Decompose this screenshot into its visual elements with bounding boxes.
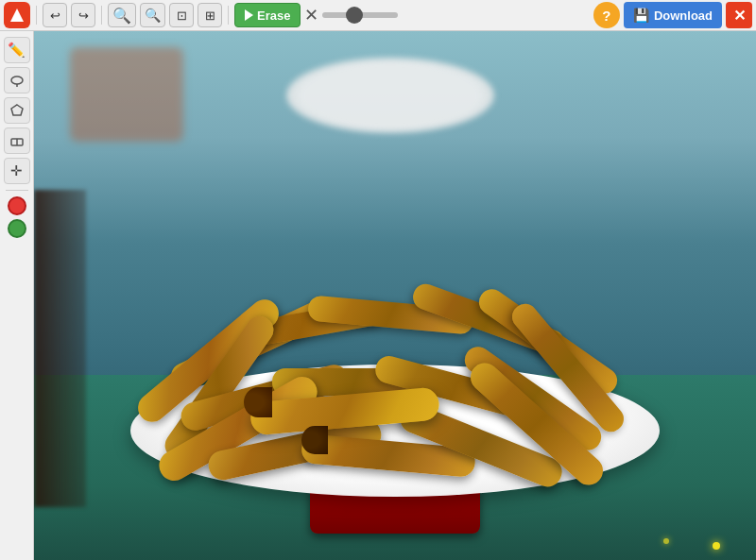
help-button[interactable]: ? — [593, 2, 620, 28]
undo-button[interactable]: ↩ — [43, 3, 67, 27]
zoom-fit-button[interactable]: ⊡ — [169, 3, 194, 27]
brush-size-slider[interactable] — [322, 12, 398, 18]
separator — [36, 6, 37, 25]
svg-marker-2 — [11, 105, 23, 115]
toolbar: ↩ ↪ 🔍 🔍 ⊡ ⊞ Erase ✕ ? 💾 Download ✕ — [0, 0, 756, 31]
move-tool-button[interactable]: ✛ — [4, 158, 30, 184]
brush-tool-button[interactable]: ✏️ — [4, 37, 30, 63]
erase-button[interactable]: Erase — [234, 3, 301, 27]
roll-end-cap — [301, 426, 328, 454]
canvas-area[interactable] — [34, 31, 756, 560]
separator — [228, 6, 229, 25]
download-icon: 💾 — [633, 8, 649, 23]
erase-label: Erase — [257, 8, 290, 23]
bg-left-dark — [34, 190, 86, 507]
download-label: Download — [654, 8, 713, 23]
logo-button[interactable] — [4, 2, 30, 28]
zoom-full-button[interactable]: ⊞ — [198, 3, 222, 27]
fairy-light — [713, 542, 720, 550]
eraser-tool-button[interactable] — [4, 127, 30, 154]
color-green-dot[interactable] — [8, 219, 26, 238]
left-sidebar: ✏️ ✛ — [0, 31, 34, 560]
cancel-button[interactable]: ✕ — [304, 5, 318, 25]
lasso-tool-button[interactable] — [4, 67, 30, 93]
roll-end-cap — [244, 387, 272, 417]
polygon-tool-button[interactable] — [4, 97, 30, 124]
tool-separator — [6, 190, 28, 191]
bg-plate-stack — [286, 58, 494, 133]
bg-box — [70, 47, 183, 142]
main-area: ✏️ ✛ — [0, 31, 756, 560]
close-button[interactable]: ✕ — [726, 2, 752, 28]
zoom-in-button[interactable]: 🔍 — [108, 3, 136, 27]
redo-button[interactable]: ↪ — [71, 3, 95, 27]
separator — [101, 6, 102, 25]
zoom-out-button[interactable]: 🔍 — [140, 3, 165, 27]
download-button[interactable]: 💾 Download — [624, 2, 722, 28]
svg-point-0 — [11, 76, 23, 84]
play-icon — [245, 9, 253, 21]
color-red-dot[interactable] — [8, 196, 26, 215]
